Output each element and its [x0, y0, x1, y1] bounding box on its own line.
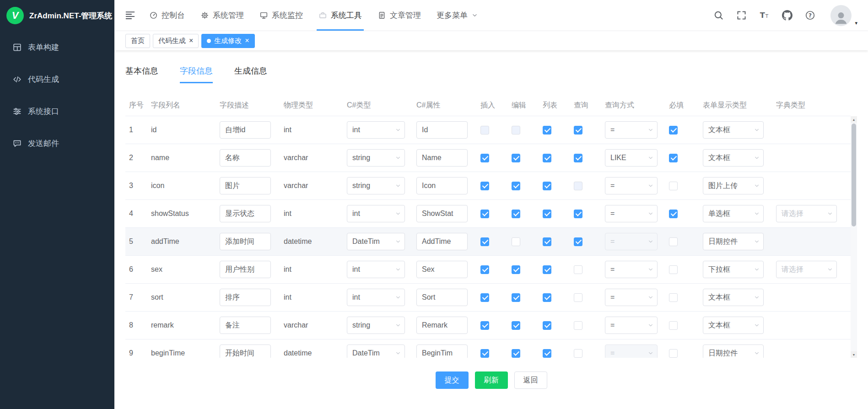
scrollbar-thumb[interactable]	[852, 124, 856, 226]
query-checkbox[interactable]	[574, 349, 582, 358]
description-input[interactable]	[220, 121, 271, 139]
table-scrollbar[interactable]: ▲ ▼	[851, 116, 857, 358]
display-type-select[interactable]: 文本框	[703, 289, 764, 306]
list-checkbox[interactable]	[543, 293, 551, 302]
tag-generate-edit[interactable]: 生成修改×	[201, 34, 254, 48]
edit-checkbox[interactable]	[512, 265, 520, 274]
edit-checkbox[interactable]	[512, 182, 520, 190]
list-checkbox[interactable]	[543, 126, 551, 135]
display-type-select[interactable]: 日期控件	[703, 344, 764, 358]
required-checkbox[interactable]	[669, 265, 678, 274]
insert-checkbox[interactable]	[480, 321, 489, 330]
edit-checkbox[interactable]	[512, 321, 520, 330]
required-checkbox[interactable]	[669, 349, 678, 358]
query-checkbox[interactable]	[574, 126, 582, 135]
query-checkbox[interactable]	[574, 293, 582, 302]
required-checkbox[interactable]	[669, 237, 678, 246]
edit-checkbox[interactable]	[512, 210, 520, 218]
list-checkbox[interactable]	[543, 349, 551, 358]
insert-checkbox[interactable]	[480, 182, 489, 190]
list-checkbox[interactable]	[543, 154, 551, 162]
display-type-select[interactable]: 文本框	[703, 121, 764, 139]
search-button[interactable]	[713, 10, 724, 21]
display-type-select[interactable]: 图片上传	[703, 177, 764, 194]
required-checkbox[interactable]	[669, 126, 678, 135]
query-method-select[interactable]: =	[605, 205, 658, 222]
insert-checkbox[interactable]	[480, 265, 489, 274]
sidebar-item-send-mail[interactable]: 发送邮件	[0, 127, 114, 159]
csharp-property-input[interactable]	[416, 121, 468, 139]
query-checkbox[interactable]	[574, 265, 582, 274]
description-input[interactable]	[220, 205, 271, 222]
csharp-type-select[interactable]: DateTim	[347, 344, 405, 358]
fullscreen-button[interactable]	[736, 10, 747, 21]
csharp-property-input[interactable]	[416, 149, 468, 167]
query-checkbox[interactable]	[574, 210, 582, 218]
csharp-type-select[interactable]: int	[347, 261, 405, 278]
insert-checkbox[interactable]	[480, 210, 489, 218]
tab-field-info[interactable]: 字段信息	[180, 65, 213, 83]
csharp-type-select[interactable]: string	[347, 177, 405, 194]
description-input[interactable]	[220, 317, 271, 334]
insert-checkbox[interactable]	[480, 349, 489, 358]
scroll-up-icon[interactable]: ▲	[851, 116, 857, 123]
tab-basic-info[interactable]: 基本信息	[125, 65, 158, 83]
query-method-select[interactable]: =	[605, 177, 658, 194]
csharp-property-input[interactable]	[416, 233, 468, 250]
csharp-property-input[interactable]	[416, 289, 468, 306]
edit-checkbox[interactable]	[512, 293, 520, 302]
query-method-select[interactable]: LIKE	[605, 149, 658, 167]
description-input[interactable]	[220, 289, 271, 306]
csharp-property-input[interactable]	[416, 205, 468, 222]
list-checkbox[interactable]	[543, 210, 551, 218]
query-method-select[interactable]: =	[605, 289, 658, 306]
display-type-select[interactable]: 文本框	[703, 149, 764, 167]
nav-item-system-monitor[interactable]: 系统监控	[252, 0, 311, 31]
font-size-button[interactable]: TT	[759, 10, 770, 21]
description-input[interactable]	[220, 177, 271, 194]
user-menu[interactable]: ▾	[830, 5, 852, 26]
csharp-property-input[interactable]	[416, 261, 468, 278]
list-checkbox[interactable]	[543, 182, 551, 190]
sidebar-item-form-builder[interactable]: 表单构建	[0, 31, 114, 63]
display-type-select[interactable]: 日期控件	[703, 233, 764, 250]
list-checkbox[interactable]	[543, 321, 551, 330]
nav-item-more-menu[interactable]: 更多菜单	[429, 0, 486, 31]
required-checkbox[interactable]	[669, 293, 678, 302]
description-input[interactable]	[220, 233, 271, 250]
edit-checkbox[interactable]	[512, 349, 520, 358]
tag-code-generation[interactable]: 代码生成×	[153, 34, 199, 48]
query-checkbox[interactable]	[574, 237, 582, 246]
nav-item-article-manage[interactable]: 文章管理	[370, 0, 429, 31]
nav-item-system-manage[interactable]: 系统管理	[193, 0, 252, 31]
help-button[interactable]: ?	[805, 10, 815, 21]
insert-checkbox[interactable]	[480, 154, 489, 162]
submit-button[interactable]: 提交	[436, 371, 469, 389]
edit-checkbox[interactable]	[512, 237, 520, 246]
list-checkbox[interactable]	[543, 237, 551, 246]
sidebar-item-code-generator[interactable]: 代码生成	[0, 63, 114, 95]
sidebar-item-system-api[interactable]: 系统接口	[0, 95, 114, 127]
required-checkbox[interactable]	[669, 154, 678, 162]
close-icon[interactable]: ×	[245, 37, 249, 44]
csharp-property-input[interactable]	[416, 177, 468, 194]
query-method-select[interactable]: =	[605, 317, 658, 334]
csharp-type-select[interactable]: string	[347, 317, 405, 334]
back-button[interactable]: 返回	[514, 371, 547, 389]
tag-home[interactable]: 首页	[125, 34, 150, 48]
insert-checkbox[interactable]	[480, 237, 489, 246]
query-method-select[interactable]: =	[605, 121, 658, 139]
dict-type-select[interactable]: 请选择	[776, 261, 837, 278]
description-input[interactable]	[220, 344, 271, 358]
refresh-button[interactable]: 刷新	[475, 371, 508, 389]
tab-generate-info[interactable]: 生成信息	[234, 65, 267, 83]
csharp-type-select[interactable]: int	[347, 121, 405, 139]
description-input[interactable]	[220, 149, 271, 167]
display-type-select[interactable]: 下拉框	[703, 261, 764, 278]
dict-type-select[interactable]: 请选择	[776, 205, 837, 222]
display-type-select[interactable]: 单选框	[703, 205, 764, 222]
csharp-property-input[interactable]	[416, 344, 468, 358]
scroll-down-icon[interactable]: ▼	[851, 351, 857, 358]
query-checkbox[interactable]	[574, 321, 582, 330]
close-icon[interactable]: ×	[189, 37, 193, 44]
